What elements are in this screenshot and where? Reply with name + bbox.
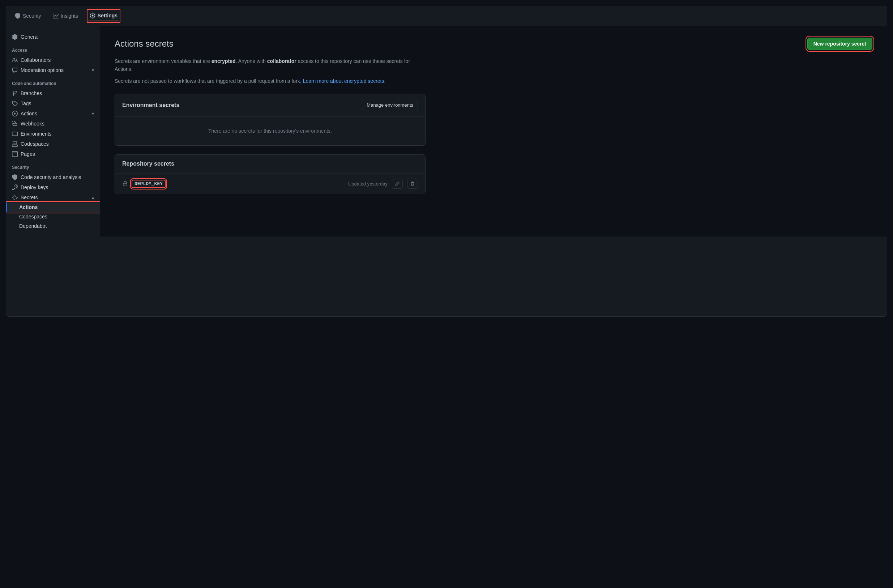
- tag-icon: [12, 101, 18, 106]
- new-secret-button[interactable]: New repository secret: [807, 38, 872, 50]
- sidebar-item-moderation[interactable]: Moderation options ▾: [6, 65, 100, 75]
- sidebar-moderation-label: Moderation options: [21, 67, 64, 73]
- sidebar-item-branches[interactable]: Branches: [6, 88, 100, 98]
- description: Secrets are environment variables that a…: [114, 57, 411, 85]
- delete-secret-button[interactable]: [407, 179, 418, 189]
- sidebar-item-code-security[interactable]: Code security and analysis: [6, 172, 100, 182]
- pages-icon: [12, 151, 18, 157]
- secret-row-left: DEPLOY_KEY: [122, 180, 165, 188]
- page-title: Actions secrets: [114, 39, 174, 49]
- sidebar: General Access Collaborators Moderation …: [6, 26, 100, 236]
- desc-bold1: encrypted: [212, 58, 236, 64]
- secret-row-deploy-key: DEPLOY_KEY Updated yesterday: [115, 173, 425, 194]
- sidebar-code-security-label: Code security and analysis: [21, 174, 81, 180]
- sidebar-item-actions[interactable]: Actions ▾: [6, 108, 100, 119]
- sidebar-section-security: Security: [6, 159, 100, 172]
- sidebar-webhooks-label: Webhooks: [21, 121, 45, 126]
- chevron-down-icon: ▾: [92, 68, 94, 73]
- sidebar-secrets-label: Secrets: [21, 194, 38, 200]
- sidebar-item-pages[interactable]: Pages: [6, 149, 100, 159]
- environment-secrets-empty: There are no secrets for this repository…: [115, 116, 425, 145]
- sidebar-section-code: Code and automation: [6, 75, 100, 88]
- secret-row-right: Updated yesterday: [348, 179, 418, 189]
- top-nav: Security Insights Settings: [6, 6, 887, 26]
- main-content: Actions secrets New repository secret Se…: [100, 26, 887, 236]
- sidebar-item-general[interactable]: General: [6, 32, 100, 42]
- nav-security[interactable]: Security: [14, 11, 43, 21]
- sidebar-section-access: Access: [6, 42, 100, 55]
- repository-secrets-card: Repository secrets DEPLOY_KEY Updated ye…: [114, 155, 425, 194]
- webhook-icon: [12, 121, 18, 126]
- sidebar-sub-dependabot[interactable]: Dependabot: [6, 221, 100, 231]
- sidebar-sub-codespaces[interactable]: Codespaces: [6, 212, 100, 221]
- sidebar-branches-label: Branches: [21, 90, 42, 96]
- sidebar-actions-label: Actions: [21, 111, 37, 116]
- comment-icon: [12, 67, 18, 73]
- desc-mid: . Anyone with: [236, 58, 267, 64]
- repository-secrets-title: Repository secrets: [122, 161, 174, 167]
- secret-updated-text: Updated yesterday: [348, 181, 388, 186]
- lock-icon: [122, 181, 128, 186]
- sidebar-item-secrets[interactable]: Secrets ▴: [6, 192, 100, 203]
- codespaces-icon: [12, 141, 18, 147]
- shield-icon: [15, 13, 21, 19]
- repository-secrets-header: Repository secrets: [115, 155, 425, 173]
- pencil-icon: [395, 181, 400, 186]
- environments-icon: [12, 131, 18, 137]
- nav-insights[interactable]: Insights: [51, 11, 80, 21]
- learn-more-link[interactable]: Learn more about encrypted secrets: [303, 78, 384, 84]
- nav-insights-label: Insights: [61, 13, 78, 19]
- sidebar-pages-label: Pages: [21, 151, 35, 157]
- main-header: Actions secrets New repository secret: [114, 38, 872, 50]
- graph-icon: [53, 13, 59, 19]
- desc2-start: Secrets are not passed to workflows that…: [114, 78, 303, 84]
- branch-icon: [12, 90, 18, 96]
- sidebar-item-webhooks[interactable]: Webhooks: [6, 119, 100, 129]
- gear-icon: [90, 13, 95, 18]
- sidebar-item-tags[interactable]: Tags: [6, 98, 100, 108]
- sidebar-general-label: General: [21, 34, 39, 40]
- key-icon: [12, 184, 18, 190]
- secret-name-deploy-key: DEPLOY_KEY: [132, 180, 165, 188]
- description-p2: Secrets are not passed to workflows that…: [114, 77, 411, 85]
- edit-secret-button[interactable]: [392, 179, 403, 189]
- nav-settings[interactable]: Settings: [88, 11, 119, 21]
- nav-security-label: Security: [23, 13, 41, 19]
- sidebar-tags-label: Tags: [21, 101, 32, 106]
- asterisk-icon: [12, 194, 18, 200]
- sidebar-sub-dependabot-label: Dependabot: [19, 223, 47, 229]
- environment-secrets-header: Environment secrets Manage environments: [115, 94, 425, 116]
- description-p1: Secrets are environment variables that a…: [114, 57, 411, 74]
- people-icon: [12, 57, 18, 63]
- desc-bold2: collaborator: [267, 58, 296, 64]
- sidebar-deploy-keys-label: Deploy keys: [21, 184, 48, 190]
- gear-icon-sm: [12, 34, 18, 40]
- environment-secrets-card: Environment secrets Manage environments …: [114, 94, 425, 146]
- sidebar-item-deploy-keys[interactable]: Deploy keys: [6, 182, 100, 192]
- sidebar-item-environments[interactable]: Environments: [6, 129, 100, 139]
- desc-start: Secrets are environment variables that a…: [114, 58, 212, 64]
- environment-secrets-title: Environment secrets: [122, 102, 179, 108]
- chevron-up-icon: ▴: [92, 195, 94, 200]
- sidebar-sub-actions[interactable]: Actions: [6, 203, 100, 212]
- manage-environments-button[interactable]: Manage environments: [362, 100, 418, 110]
- sidebar-environments-label: Environments: [21, 131, 52, 137]
- desc2-end: .: [384, 78, 386, 84]
- play-circle-icon: [12, 111, 18, 116]
- sidebar-codespaces-label: Codespaces: [21, 141, 49, 147]
- chevron-down-icon-2: ▾: [92, 111, 94, 116]
- sidebar-sub-actions-label: Actions: [19, 204, 38, 210]
- sidebar-sub-codespaces-label: Codespaces: [19, 214, 47, 220]
- nav-settings-label: Settings: [98, 13, 117, 18]
- sidebar-collaborators-label: Collaborators: [21, 57, 51, 63]
- shield-check-icon: [12, 174, 18, 180]
- trash-icon: [410, 181, 415, 186]
- sidebar-item-collaborators[interactable]: Collaborators: [6, 55, 100, 65]
- sidebar-item-codespaces[interactable]: Codespaces: [6, 139, 100, 149]
